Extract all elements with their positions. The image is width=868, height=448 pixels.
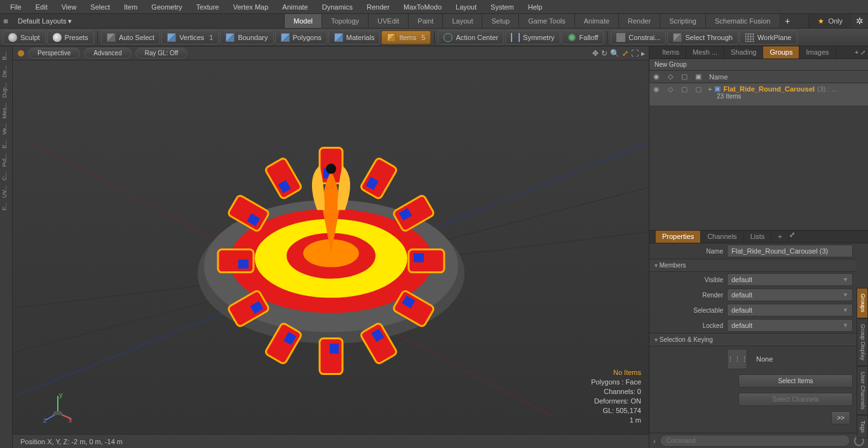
cmd-chevron-icon[interactable]: › bbox=[653, 437, 656, 445]
move-icon[interactable]: ✥ bbox=[592, 49, 599, 58]
menu-help[interactable]: Help bbox=[522, 1, 549, 13]
sidebar-item[interactable]: F... bbox=[0, 200, 12, 213]
rtab-items[interactable]: Items bbox=[656, 46, 686, 58]
autoselect-button[interactable]: Auto Select bbox=[101, 31, 160, 44]
sidebar-item[interactable]: C... bbox=[0, 169, 12, 183]
viewtype-dropdown[interactable]: Perspective bbox=[28, 48, 80, 58]
menu-select[interactable]: Select bbox=[84, 1, 116, 13]
menu-file[interactable]: File bbox=[4, 1, 28, 13]
link-icon[interactable]: ◇ bbox=[663, 83, 677, 93]
sculpt-button[interactable]: Sculpt bbox=[3, 31, 46, 44]
tab-layout[interactable]: Layout bbox=[442, 14, 482, 28]
more-button[interactable]: >> bbox=[831, 411, 850, 424]
menu-dynamics[interactable]: Dynamics bbox=[316, 1, 359, 13]
expand-icon[interactable]: ⤢ bbox=[860, 49, 865, 56]
maximize-icon[interactable]: ⛶ bbox=[631, 49, 639, 58]
rtab-shading[interactable]: Shading bbox=[724, 46, 763, 58]
actioncenter-button[interactable]: Action Center bbox=[438, 31, 504, 44]
name-column-header[interactable]: Name bbox=[705, 73, 728, 81]
rtab-mesh[interactable]: Mesh ... bbox=[686, 46, 724, 58]
add-icon[interactable]: + bbox=[855, 49, 858, 56]
vertices-button[interactable]: Vertices1 bbox=[161, 31, 219, 44]
menu-texture[interactable]: Texture bbox=[190, 1, 226, 13]
sidebar-item[interactable]: E... bbox=[0, 137, 12, 151]
group-row[interactable]: ◉ ◇ ▢ ▢ + ▣ Flat_Ride_Round_Carousel (3)… bbox=[649, 83, 868, 106]
render-dropdown[interactable]: default▼ bbox=[727, 288, 853, 301]
sidebar-item[interactable]: Mes... bbox=[0, 100, 12, 121]
expand-icon[interactable]: ⤢ bbox=[789, 231, 795, 238]
tab-topology[interactable]: Topology bbox=[322, 14, 368, 28]
ptab-lists[interactable]: Lists bbox=[744, 231, 772, 243]
add-tab-button[interactable]: + bbox=[779, 14, 796, 28]
falloff-button[interactable]: Falloff bbox=[562, 31, 604, 44]
eye-column-icon[interactable]: ◉ bbox=[649, 72, 663, 81]
selectable-dropdown[interactable]: default▼ bbox=[727, 304, 853, 316]
sidebar-item[interactable]: B... bbox=[0, 49, 12, 63]
select-channels-button[interactable]: Select Channels bbox=[738, 393, 853, 406]
default-layouts-dropdown[interactable]: Default Layouts ▾ bbox=[11, 16, 79, 27]
tab-model[interactable]: Model bbox=[284, 14, 322, 28]
presets-button[interactable]: Presets bbox=[47, 31, 94, 44]
sidebar-item[interactable]: Dup... bbox=[0, 80, 12, 100]
polygons-button[interactable]: Polygons bbox=[275, 31, 327, 44]
carousel-model[interactable] bbox=[179, 109, 484, 376]
col3-icon[interactable]: ▢ bbox=[677, 72, 691, 81]
symmetry-button[interactable]: Symmetry bbox=[505, 31, 560, 44]
tab-setup[interactable]: Setup bbox=[482, 14, 519, 28]
raygl-dropdown[interactable]: Ray GL: Off bbox=[135, 48, 188, 58]
tab-scripting[interactable]: Scripting bbox=[660, 14, 705, 28]
items-button[interactable]: Items5 bbox=[381, 31, 431, 44]
selectthrough-button[interactable]: Select Through bbox=[667, 31, 738, 44]
tab-schematicfusion[interactable]: Schematic Fusion bbox=[705, 14, 779, 28]
menu-view[interactable]: View bbox=[55, 1, 83, 13]
materials-button[interactable]: Materials bbox=[329, 31, 381, 44]
ptab-channels[interactable]: Channels bbox=[701, 231, 743, 243]
menu-vertexmap[interactable]: Vertex Map bbox=[227, 1, 275, 13]
visible-dropdown[interactable]: default▼ bbox=[727, 273, 853, 286]
selection-keying-section[interactable]: Selection & Keying bbox=[649, 333, 857, 346]
sidebar-item[interactable]: De... bbox=[0, 63, 12, 80]
vtab-groups[interactable]: Groups bbox=[857, 288, 868, 318]
sidebar-item[interactable]: Pol... bbox=[0, 151, 12, 170]
sidebar-item[interactable]: Ve... bbox=[0, 121, 12, 137]
tab-only[interactable]: ★Only bbox=[808, 14, 851, 28]
workplane-button[interactable]: WorkPlane bbox=[740, 31, 797, 44]
menu-animate[interactable]: Animate bbox=[276, 1, 314, 13]
viewport-menu-icon[interactable]: ▸ bbox=[641, 49, 645, 58]
keying-mode-icon[interactable]: ⋮⋮⋮ bbox=[727, 349, 747, 369]
menu-item[interactable]: Item bbox=[118, 1, 144, 13]
name-field[interactable]: Flat_Ride_Round_Carousel (3) bbox=[727, 245, 853, 257]
link-column-icon[interactable]: ◇ bbox=[663, 72, 677, 81]
menu-render[interactable]: Render bbox=[360, 1, 396, 13]
expand-plus-icon[interactable]: + bbox=[708, 85, 712, 93]
group-name[interactable]: Flat_Ride_Round_Carousel bbox=[723, 85, 815, 93]
new-group-button[interactable]: New Group bbox=[649, 59, 868, 71]
tab-uvedit[interactable]: UVEdit bbox=[368, 14, 408, 28]
menu-edit[interactable]: Edit bbox=[29, 1, 54, 13]
fit-icon[interactable]: ⤢ bbox=[622, 49, 628, 58]
tab-gametools[interactable]: Game Tools bbox=[519, 14, 574, 28]
col4-icon[interactable]: ▣ bbox=[691, 72, 705, 81]
vtab-groupdisplay[interactable]: Group Display bbox=[857, 318, 868, 366]
settings-gear-icon[interactable]: ✲ bbox=[851, 14, 868, 28]
viewport-options-icon[interactable] bbox=[18, 50, 24, 57]
boundary-button[interactable]: Boundary bbox=[220, 31, 273, 44]
3d-viewport[interactable]: y x z No Items Polygons : Face Channels:… bbox=[13, 60, 649, 434]
constrain-button[interactable]: Constrai... bbox=[611, 31, 666, 44]
sidebar-item[interactable]: UV... bbox=[0, 183, 12, 200]
zoom-icon[interactable]: 🔍 bbox=[610, 49, 620, 58]
ptab-properties[interactable]: Properties bbox=[656, 231, 701, 243]
select-items-button[interactable]: Select Items bbox=[738, 374, 853, 388]
locked-dropdown[interactable]: default▼ bbox=[727, 319, 853, 332]
ptab-add[interactable]: + bbox=[771, 231, 789, 243]
tab-animate[interactable]: Animate bbox=[574, 14, 618, 28]
shading-dropdown[interactable]: Advanced bbox=[84, 48, 131, 58]
menu-system[interactable]: System bbox=[484, 1, 520, 13]
box2-icon[interactable]: ▢ bbox=[691, 83, 705, 93]
rotate-icon[interactable]: ↻ bbox=[601, 49, 607, 58]
members-section[interactable]: Members bbox=[649, 259, 857, 272]
tab-render[interactable]: Render bbox=[618, 14, 660, 28]
menu-layout[interactable]: Layout bbox=[449, 1, 483, 13]
rtab-images[interactable]: Images bbox=[799, 46, 836, 58]
menu-maxtomodo[interactable]: MaxToModo bbox=[397, 1, 448, 13]
